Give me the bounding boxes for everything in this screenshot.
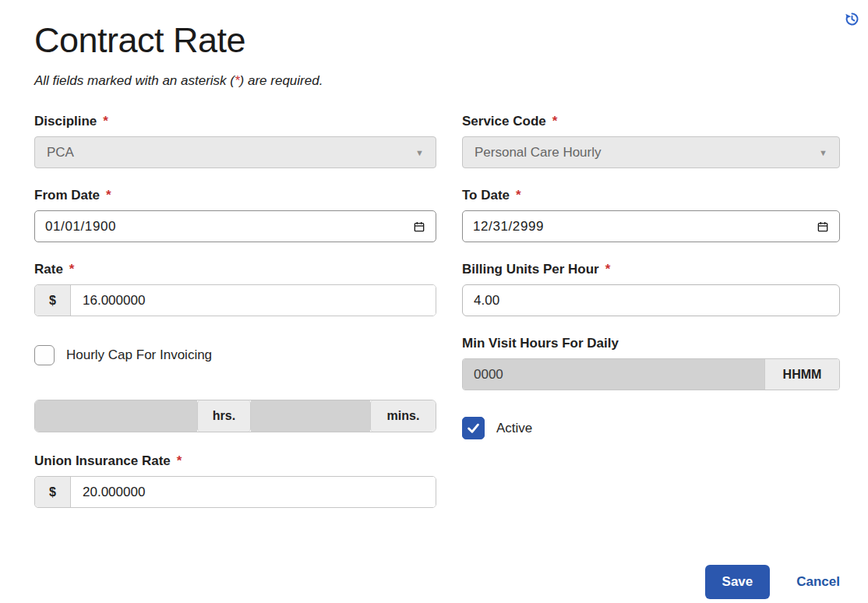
- rate-input[interactable]: [71, 285, 436, 316]
- hourly-cap-row: Hourly Cap For Invoicing: [34, 345, 436, 365]
- min-visit-hours-field: Min Visit Hours For Daily HHMM: [462, 336, 840, 390]
- required-asterisk: *: [106, 188, 111, 203]
- calendar-icon[interactable]: [817, 220, 829, 233]
- hhmm-suffix: HHMM: [764, 359, 839, 390]
- check-icon: [466, 421, 481, 436]
- union-insurance-rate-label: Union Insurance Rate*: [34, 453, 436, 469]
- to-date-field: To Date*: [462, 188, 840, 242]
- hourly-cap-hours-input: [35, 400, 197, 432]
- minutes-suffix: mins.: [370, 400, 436, 432]
- dollar-prefix: $: [35, 477, 71, 507]
- dollar-prefix: $: [35, 285, 71, 316]
- hourly-cap-minutes-input: [251, 400, 370, 432]
- contract-rate-form: Discipline* PCA ▼ From Date*: [34, 114, 840, 527]
- required-note: All fields marked with an asterisk (*) a…: [34, 73, 840, 89]
- discipline-label: Discipline*: [34, 114, 436, 129]
- service-code-field: Service Code* Personal Care Hourly ▼: [462, 114, 840, 168]
- discipline-field: Discipline* PCA ▼: [34, 114, 436, 168]
- history-button[interactable]: [842, 9, 862, 31]
- hourly-cap-checkbox[interactable]: [34, 345, 55, 365]
- service-code-value: Personal Care Hourly: [475, 145, 602, 160]
- from-date-input[interactable]: [45, 219, 413, 235]
- chevron-down-icon: ▼: [819, 148, 827, 157]
- union-insurance-rate-input[interactable]: [71, 477, 436, 507]
- required-asterisk: *: [177, 453, 182, 468]
- chevron-down-icon: ▼: [415, 148, 424, 157]
- history-icon: [844, 18, 860, 30]
- rate-field: Rate* $: [34, 262, 436, 316]
- rate-label: Rate*: [34, 262, 436, 277]
- billing-units-field: Billing Units Per Hour*: [462, 262, 840, 316]
- to-date-input[interactable]: [473, 219, 817, 235]
- billing-units-input[interactable]: [463, 293, 839, 309]
- union-insurance-rate-field: Union Insurance Rate* $: [34, 453, 436, 508]
- to-date-label: To Date*: [462, 188, 840, 203]
- page-title: Contract Rate: [34, 20, 840, 61]
- service-code-select: Personal Care Hourly ▼: [462, 136, 840, 168]
- discipline-value: PCA: [47, 145, 74, 160]
- discipline-select: PCA ▼: [34, 136, 436, 168]
- hourly-cap-label: Hourly Cap For Invoicing: [66, 347, 212, 363]
- active-checkbox[interactable]: [462, 417, 485, 439]
- service-code-label: Service Code*: [462, 114, 840, 129]
- active-label: Active: [496, 421, 532, 436]
- required-asterisk: *: [605, 262, 611, 277]
- required-asterisk: *: [516, 188, 521, 203]
- required-asterisk: *: [235, 73, 240, 88]
- required-asterisk: *: [103, 114, 108, 129]
- hours-suffix: hrs.: [197, 400, 251, 432]
- from-date-label: From Date*: [34, 188, 436, 203]
- save-button[interactable]: Save: [705, 565, 771, 599]
- form-actions: Save Cancel: [34, 565, 840, 599]
- calendar-icon[interactable]: [413, 220, 425, 233]
- required-asterisk: *: [69, 262, 75, 277]
- hourly-cap-duration-group: hrs. mins.: [34, 400, 436, 432]
- min-visit-hours-input: [463, 359, 764, 390]
- required-asterisk: *: [552, 114, 558, 129]
- from-date-field: From Date*: [34, 188, 436, 242]
- active-row: Active: [462, 417, 840, 439]
- min-visit-hours-label: Min Visit Hours For Daily: [462, 336, 840, 351]
- cancel-link[interactable]: Cancel: [796, 574, 840, 590]
- billing-units-label: Billing Units Per Hour*: [462, 262, 840, 277]
